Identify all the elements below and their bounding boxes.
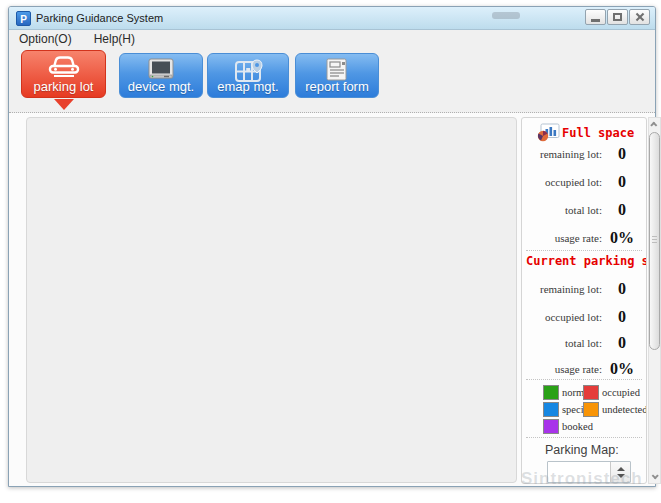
- stat-value: 0: [606, 173, 638, 191]
- parking-lot-button[interactable]: parking lot: [21, 50, 106, 98]
- app-window: P Parking Guidance System Option(O) Help…: [8, 6, 656, 487]
- stat-value: 0: [606, 280, 638, 298]
- stat-label: total lot:: [522, 204, 602, 216]
- titlebar[interactable]: P Parking Guidance System: [9, 7, 655, 30]
- stat-row: total lot: 0: [522, 334, 647, 352]
- legend-label: booked: [562, 421, 593, 432]
- scroll-up-button[interactable]: [649, 118, 660, 131]
- menubar: Option(O) Help(H): [9, 30, 655, 48]
- active-tab-arrow: [54, 99, 74, 110]
- legend-label: undetected: [602, 404, 647, 415]
- app-icon: P: [16, 11, 31, 26]
- stat-row: occupied lot: 0: [522, 308, 647, 326]
- separator: [526, 250, 642, 251]
- chevron-up-icon: [650, 122, 657, 129]
- car-icon: [22, 54, 105, 80]
- stat-value: 0%: [606, 360, 638, 378]
- legend-label: occupied: [602, 387, 640, 398]
- legend-swatch: [583, 385, 599, 400]
- parking-map-label: Parking Map:: [545, 443, 619, 457]
- stat-label: usage rate:: [522, 363, 602, 375]
- stat-value: 0: [606, 334, 638, 352]
- section-title: Current parking s: [526, 254, 646, 268]
- maximize-icon: [613, 13, 622, 21]
- stat-value: 0: [606, 145, 638, 163]
- watermark-blob: [492, 12, 520, 19]
- stat-row: total lot: 0: [522, 201, 647, 219]
- section-title: Full space: [562, 126, 634, 140]
- legend-swatch: [543, 385, 559, 400]
- window-title: Parking Guidance System: [36, 12, 163, 24]
- stat-label: remaining lot:: [522, 283, 602, 295]
- stat-row: remaining lot: 0: [522, 280, 647, 298]
- current-parking-header: Current parking s: [526, 254, 646, 268]
- minimize-icon: [591, 19, 600, 22]
- stat-label: total lot:: [522, 337, 602, 349]
- separator: [526, 437, 642, 438]
- stat-row: usage rate: 0%: [522, 360, 647, 378]
- scrollbar-thumb[interactable]: [649, 132, 660, 350]
- statistics-icon: [537, 123, 560, 142]
- stat-row: remaining lot: 0: [522, 145, 647, 163]
- window-controls: [585, 9, 650, 25]
- close-button[interactable]: [629, 9, 650, 25]
- stock-watermark: Sintronistech: [521, 469, 643, 489]
- menu-help[interactable]: Help(H): [94, 32, 135, 46]
- toolbar-button-label: device mgt.: [120, 79, 202, 94]
- stat-value: 0%: [606, 229, 638, 247]
- legend-swatch: [583, 402, 599, 417]
- toolbar-button-label: emap mgt.: [208, 79, 288, 94]
- scrollbar-grip: [652, 236, 657, 244]
- stat-row: usage rate: 0%: [522, 229, 647, 247]
- sidebar-scrollbar[interactable]: [648, 117, 661, 484]
- toolbar-button-label: parking lot: [22, 79, 105, 94]
- content-area: Full space remaining lot: 0 occupied lot…: [9, 113, 655, 486]
- stat-row: occupied lot: 0: [522, 173, 647, 191]
- maximize-button[interactable]: [607, 9, 628, 25]
- legend-swatch: [543, 402, 559, 417]
- stat-value: 0: [606, 308, 638, 326]
- stat-value: 0: [606, 201, 638, 219]
- close-icon: [635, 12, 645, 22]
- scroll-down-button[interactable]: [649, 470, 660, 483]
- menu-option[interactable]: Option(O): [19, 32, 72, 46]
- emap-mgt-button[interactable]: emap mgt.: [207, 53, 289, 98]
- legend-swatch: [543, 419, 559, 434]
- stat-label: occupied lot:: [522, 176, 602, 188]
- separator: [526, 379, 642, 380]
- full-space-header: Full space: [537, 123, 634, 142]
- report-form-button[interactable]: report form: [295, 53, 379, 98]
- parking-map-canvas: [26, 117, 517, 483]
- minimize-button[interactable]: [585, 9, 606, 25]
- stat-label: usage rate:: [522, 232, 602, 244]
- device-mgt-button[interactable]: device mgt.: [119, 53, 203, 98]
- stats-sidebar: Full space remaining lot: 0 occupied lot…: [521, 117, 647, 484]
- chevron-down-icon: [652, 472, 659, 479]
- toolbar-button-label: report form: [296, 79, 378, 94]
- stat-label: occupied lot:: [522, 311, 602, 323]
- toolbar: parking lot device mgt.: [9, 48, 655, 113]
- stat-label: remaining lot:: [522, 148, 602, 160]
